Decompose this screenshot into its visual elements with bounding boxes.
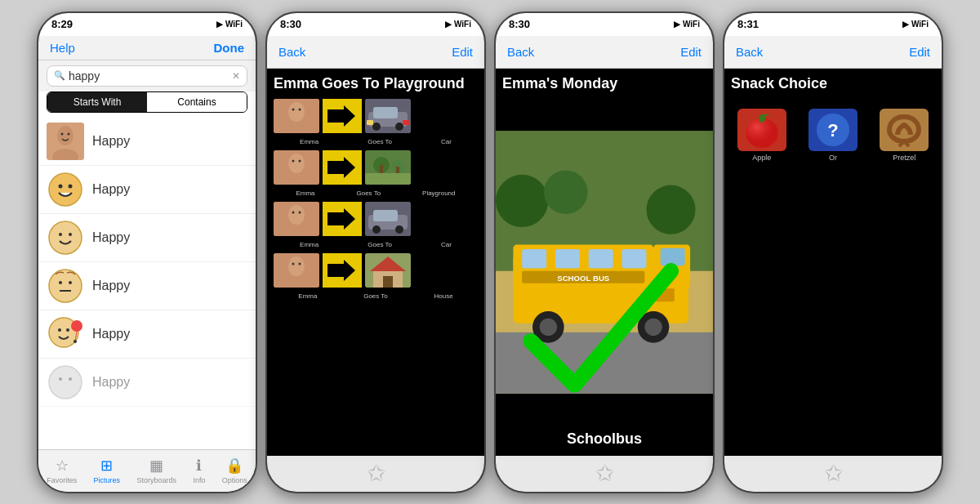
star-bar-3: ✩ — [496, 456, 713, 492]
tab-info[interactable]: ℹ Info — [193, 457, 205, 484]
bus-image-area: SCHOOL BUS — [496, 102, 713, 422]
svg-point-9 — [59, 233, 62, 236]
filter-starts-with[interactable]: Starts With — [47, 92, 147, 112]
pretzel-svg — [883, 112, 925, 148]
list-item[interactable]: Happy — [38, 262, 256, 310]
svg-rect-81 — [621, 248, 646, 268]
svg-point-58 — [372, 225, 381, 234]
result-label-3: Happy — [92, 230, 130, 245]
avatar-neutral — [47, 267, 84, 305]
result-label-5: Happy — [92, 327, 130, 341]
signal-icon: ▶ WiFi — [445, 20, 471, 29]
search-bar[interactable]: 🔍 happy ✕ — [47, 65, 247, 87]
story-row-4 — [274, 253, 478, 288]
svg-point-33 — [372, 123, 381, 131]
info-icon: ℹ — [196, 457, 202, 475]
filter-contains[interactable]: Contains — [147, 92, 247, 112]
edit-button-2[interactable]: Edit — [452, 45, 473, 59]
done-button[interactable]: Done — [214, 41, 245, 55]
back-button-2[interactable]: Back — [278, 45, 305, 59]
snack-pretzel[interactable]: Pretzel — [880, 109, 929, 162]
arrow-box-2 — [323, 150, 362, 185]
story-row-3 — [274, 202, 478, 236]
list-item[interactable]: Happy — [38, 166, 256, 214]
avatar-photo — [47, 123, 84, 160]
snack-apple[interactable]: Apple — [737, 109, 786, 162]
apple-image — [737, 109, 786, 151]
status-icons-4: ▶ WiFi — [902, 20, 929, 29]
list-item[interactable]: Happy — [38, 359, 256, 407]
time-4: 8:31 — [737, 18, 759, 30]
arrow-box-3 — [323, 202, 362, 236]
svg-point-23 — [69, 377, 72, 381]
apple-label: Apple — [752, 154, 771, 162]
results-list: Happy Happy — [38, 118, 256, 449]
edit-button-4[interactable]: Edit — [909, 45, 930, 59]
favorites-icon: ☆ — [56, 457, 69, 475]
result-label-6: Happy — [92, 375, 130, 390]
signal-icon: ▶ WiFi — [902, 20, 929, 29]
svg-point-8 — [49, 221, 82, 254]
thumb-house — [365, 253, 411, 288]
svg-point-52 — [292, 211, 295, 213]
snack-screen: Snack Choice Apple — [724, 69, 942, 456]
svg-marker-65 — [327, 260, 355, 281]
svg-point-11 — [49, 270, 82, 302]
options-icon: 🔒 — [225, 457, 243, 475]
phone-2: 8:30 ▶ WiFi Back Edit Emma Goes To Playg… — [265, 11, 486, 493]
svg-rect-78 — [522, 248, 546, 268]
status-icons-1: ▶ WiFi — [216, 20, 243, 29]
balloon-svg — [47, 316, 83, 352]
svg-point-41 — [299, 159, 301, 162]
list-item[interactable]: Happy — [38, 310, 256, 359]
smiley-open-svg — [47, 172, 83, 207]
result-label-1: Happy — [92, 134, 130, 149]
back-button-3[interactable]: Back — [507, 45, 534, 59]
svg-point-5 — [49, 173, 82, 206]
phone-3: 8:30 ▶ WiFi Back Edit Emma's Monday — [494, 11, 715, 493]
result-label-4: Happy — [92, 279, 130, 293]
clear-button[interactable]: ✕ — [232, 70, 240, 82]
phone-1: 8:29 ▶ WiFi Help Done 🔍 happy ✕ Starts W… — [37, 11, 257, 493]
time-1: 8:29 — [51, 18, 73, 30]
tab-favorites[interactable]: ☆ Favorites — [47, 457, 77, 484]
screen-content-3: Emma's Monday — [496, 69, 713, 456]
bus-scene-svg: SCHOOL BUS — [496, 102, 713, 422]
result-label-2: Happy — [92, 182, 130, 197]
svg-point-28 — [299, 108, 301, 110]
tab-options-label: Options — [222, 476, 247, 484]
tab-info-label: Info — [193, 476, 205, 484]
search-bar-wrapper: 🔍 happy ✕ — [38, 60, 256, 91]
story-row-1 — [274, 99, 478, 133]
apple-svg — [741, 112, 783, 148]
tab-favorites-label: Favorites — [47, 476, 77, 484]
signal-icon: ▶ WiFi — [674, 20, 700, 29]
snack-or[interactable]: ? Or — [808, 109, 858, 162]
thumb-car-2 — [365, 202, 411, 236]
list-item[interactable]: Happy — [38, 214, 256, 262]
edit-button-3[interactable]: Edit — [680, 45, 702, 59]
svg-point-93 — [759, 114, 765, 123]
face-photo-svg — [47, 123, 84, 160]
svg-point-34 — [395, 123, 403, 131]
tab-pictures-label: Pictures — [94, 476, 121, 484]
star-bar-4: ✩ — [724, 456, 942, 492]
tab-storyboards[interactable]: ▦ Storyboards — [136, 457, 176, 484]
filter-buttons: Starts With Contains — [47, 91, 247, 113]
tab-pictures[interactable]: ⊞ Pictures — [94, 457, 121, 484]
story-title-2: Emma Goes To Playground — [274, 75, 478, 92]
svg-point-16 — [58, 328, 61, 332]
list-item[interactable]: Happy — [38, 118, 256, 166]
bus-label: Schoolbus — [496, 422, 713, 456]
svg-point-86 — [540, 318, 557, 335]
nav-bar-3: Back Edit — [496, 36, 713, 69]
signal-icon: ▶ — [216, 20, 223, 29]
tab-options[interactable]: 🔒 Options — [222, 457, 247, 484]
search-input[interactable]: happy — [69, 69, 229, 83]
star-bar-2: ✩ — [267, 456, 484, 492]
back-button-4[interactable]: Back — [736, 45, 763, 59]
svg-point-10 — [69, 233, 72, 236]
svg-point-13 — [69, 281, 72, 284]
svg-point-53 — [299, 211, 301, 213]
help-button[interactable]: Help — [50, 41, 75, 55]
